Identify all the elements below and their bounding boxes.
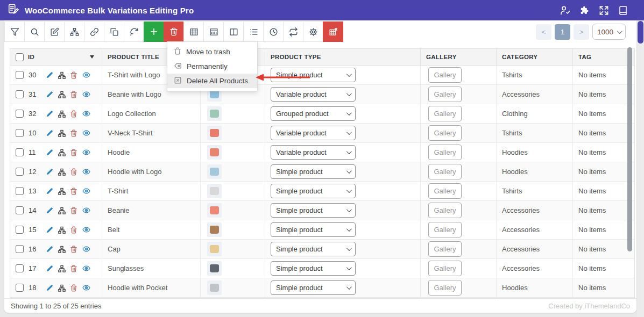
hierarchy-icon[interactable] [58,149,66,156]
trash-icon[interactable] [70,284,77,292]
eye-icon[interactable] [82,129,91,137]
row-checkbox[interactable] [16,129,24,137]
user-check-icon[interactable] [560,5,570,16]
header-category[interactable]: CATEGORY [497,49,573,65]
edit-pencil-icon[interactable] [46,226,54,234]
edit-pencil-icon[interactable] [46,110,54,118]
product-type-select[interactable]: Simple product [271,68,356,82]
gallery-button[interactable]: Gallery [428,241,462,257]
product-type-select[interactable]: Simple product [271,184,356,198]
row-checkbox[interactable] [16,168,24,176]
eye-icon[interactable] [82,245,91,253]
edit-pencil-icon[interactable] [46,264,54,272]
page-scrollbar[interactable] [637,20,644,317]
eye-icon[interactable] [82,71,91,79]
trash-icon[interactable] [70,129,77,137]
product-type-select[interactable]: Variable product [271,87,356,102]
header-gallery[interactable]: GALLERY [421,49,497,65]
eye-icon[interactable] [82,148,91,156]
menu-item-permanently[interactable]: Permanently [167,59,257,74]
product-type-select[interactable]: Variable product [271,145,356,160]
page-scrollbar-thumb[interactable] [638,21,643,44]
eye-icon[interactable] [82,226,91,234]
documentation-book-icon[interactable] [618,5,628,16]
columns-button[interactable] [223,21,244,42]
product-thumbnail[interactable] [207,261,222,276]
hierarchy-icon[interactable] [58,168,66,176]
menu-item-delete-all-products[interactable]: Delete All Products [167,74,257,88]
edit-button[interactable] [44,21,65,42]
gallery-button[interactable]: Gallery [428,67,462,83]
row-checkbox[interactable] [16,284,24,292]
edit-pencil-icon[interactable] [46,71,54,79]
gallery-button[interactable]: Gallery [428,280,462,296]
product-type-select[interactable]: Simple product [271,164,356,179]
table-view-button[interactable] [183,21,204,42]
row-checkbox[interactable] [16,71,24,79]
table-footer-button[interactable] [203,21,224,42]
gallery-button[interactable]: Gallery [428,183,462,199]
header-tag[interactable]: TAG [573,49,634,65]
hierarchy-icon[interactable] [58,207,66,214]
hierarchy-icon[interactable] [58,71,66,79]
trash-icon[interactable] [70,265,77,272]
menu-item-move-to-trash[interactable]: Move to trash [167,45,257,59]
product-type-select[interactable]: Simple product [271,203,356,218]
row-checkbox[interactable] [16,245,24,253]
edit-pencil-icon[interactable] [46,148,54,156]
edit-pencil-icon[interactable] [46,90,54,98]
search-button[interactable] [24,21,45,42]
gallery-button[interactable]: Gallery [428,145,462,160]
sync-button[interactable] [283,21,303,42]
trash-icon[interactable] [70,168,77,176]
trash-icon[interactable] [70,207,77,214]
edit-pencil-icon[interactable] [46,245,54,253]
product-type-select[interactable]: Simple product [271,222,356,237]
settings-button[interactable] [303,21,323,42]
product-thumbnail[interactable] [207,106,222,121]
edit-pencil-icon[interactable] [46,168,54,176]
page-size-select[interactable]: 1000 [592,24,626,40]
hierarchy-icon[interactable] [58,284,66,292]
eye-icon[interactable] [82,90,91,98]
gallery-button[interactable]: Gallery [428,222,462,237]
product-type-select[interactable]: Simple product [271,280,356,295]
product-thumbnail[interactable] [207,222,222,237]
fullscreen-icon[interactable] [599,5,609,16]
trash-icon[interactable] [70,226,77,234]
sort-caret-icon[interactable] [90,55,94,59]
row-checkbox[interactable] [16,90,24,98]
product-thumbnail[interactable] [207,242,222,256]
trash-icon[interactable] [70,246,77,253]
add-product-button[interactable] [144,21,164,42]
product-type-select[interactable]: Grouped product [271,106,356,121]
header-product-type[interactable]: PRODUCT TYPE [265,49,421,65]
trash-icon[interactable] [70,91,77,98]
trash-icon[interactable] [70,188,77,195]
hierarchy-icon[interactable] [58,129,66,137]
hierarchy-icon[interactable] [58,91,66,98]
product-type-select[interactable]: Simple product [271,242,356,256]
link-button[interactable] [84,21,104,42]
edit-pencil-icon[interactable] [46,187,54,195]
prev-page-button[interactable]: < [536,24,551,40]
table-scrollbar-thumb[interactable] [627,47,632,251]
row-checkbox[interactable] [16,187,24,195]
gallery-button[interactable]: Gallery [428,203,462,218]
edit-pencil-icon[interactable] [46,284,54,292]
list-view-button[interactable] [243,21,264,42]
product-thumbnail[interactable] [207,126,222,140]
duplicate-button[interactable] [104,21,124,42]
history-button[interactable] [263,21,284,42]
product-type-select[interactable]: Simple product [271,261,356,276]
next-page-button[interactable]: > [574,24,589,40]
hierarchy-icon[interactable] [58,188,66,195]
edit-pencil-icon[interactable] [46,206,54,214]
hierarchy-icon[interactable] [58,265,66,272]
hierarchy-button[interactable] [64,21,84,42]
row-checkbox[interactable] [16,110,24,118]
eye-icon[interactable] [82,168,91,176]
row-checkbox[interactable] [16,226,24,234]
product-thumbnail[interactable] [207,184,222,198]
trash-icon[interactable] [70,71,77,79]
